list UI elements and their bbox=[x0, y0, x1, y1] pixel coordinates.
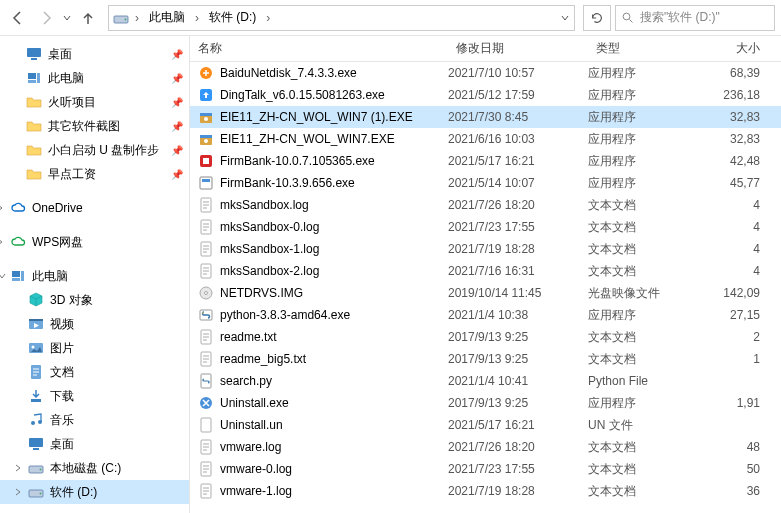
file-row[interactable]: DingTalk_v6.0.15.5081263.exe2021/5/12 17… bbox=[190, 84, 781, 106]
file-name: BaiduNetdisk_7.4.3.3.exe bbox=[220, 66, 357, 80]
sidebar-item-huoting[interactable]: 火听项目📌 bbox=[0, 90, 189, 114]
file-row[interactable]: vmware-0.log2021/7/23 17:55文本文档50 bbox=[190, 458, 781, 480]
file-row[interactable]: readme.txt2017/9/13 9:25文本文档2 bbox=[190, 326, 781, 348]
sidebar-item-this-pc-root[interactable]: 此电脑 bbox=[0, 264, 189, 288]
forward-button[interactable] bbox=[34, 6, 58, 30]
file-row[interactable]: Uninstall.exe2017/9/13 9:25应用程序1,91 bbox=[190, 392, 781, 414]
svg-line-3 bbox=[630, 19, 633, 22]
txt-icon bbox=[198, 241, 214, 257]
history-dropdown[interactable] bbox=[62, 11, 72, 25]
sidebar-item-disk-c[interactable]: 本地磁盘 (C:) bbox=[0, 456, 189, 480]
file-type: 应用程序 bbox=[588, 131, 706, 148]
file-row[interactable]: EIE11_ZH-CN_WOL_WIN7 (1).EXE2021/7/30 8:… bbox=[190, 106, 781, 128]
file-date: 2021/1/4 10:38 bbox=[448, 308, 588, 322]
sidebar-item-video[interactable]: 视频 bbox=[0, 312, 189, 336]
chevron-right-icon[interactable]: › bbox=[193, 11, 201, 25]
sidebar-item-disk-d[interactable]: 软件 (D:) bbox=[0, 480, 189, 504]
txt-icon bbox=[198, 461, 214, 477]
sidebar-item-salary[interactable]: 早点工资📌 bbox=[0, 162, 189, 186]
file-row[interactable]: python-3.8.3-amd64.exe2021/1/4 10:38应用程序… bbox=[190, 304, 781, 326]
sidebar-item-desktop2[interactable]: 桌面 bbox=[0, 432, 189, 456]
breadcrumb-this-pc[interactable]: 此电脑 bbox=[145, 6, 189, 30]
pin-icon: 📌 bbox=[171, 73, 183, 84]
file-row[interactable]: NETDRVS.IMG2019/10/14 11:45光盘映像文件142,09 bbox=[190, 282, 781, 304]
file-name: Uninstall.un bbox=[220, 418, 283, 432]
svg-point-16 bbox=[32, 346, 35, 349]
file-row[interactable]: mksSandbox-1.log2021/7/19 18:28文本文档4 bbox=[190, 238, 781, 260]
pc-icon bbox=[26, 70, 42, 86]
folder-icon bbox=[26, 94, 42, 110]
header-size[interactable]: 大小 bbox=[706, 40, 766, 57]
sidebar-item-label: 此电脑 bbox=[48, 70, 185, 87]
file-date: 2021/5/17 16:21 bbox=[448, 418, 588, 432]
sidebar-item-docs[interactable]: 文档 bbox=[0, 360, 189, 384]
svg-rect-72 bbox=[201, 418, 211, 432]
file-row[interactable]: BaiduNetdisk_7.4.3.3.exe2021/7/10 10:57应… bbox=[190, 62, 781, 84]
header-type[interactable]: 类型 bbox=[588, 40, 706, 57]
file-size: 4 bbox=[706, 264, 766, 278]
chevron-right-icon[interactable] bbox=[14, 464, 22, 472]
refresh-button[interactable] bbox=[583, 5, 611, 31]
sidebar-item-screenshots[interactable]: 其它软件截图📌 bbox=[0, 114, 189, 138]
file-name: vmware-1.log bbox=[220, 484, 292, 498]
address-bar[interactable]: › 此电脑 › 软件 (D:) › bbox=[108, 5, 575, 31]
up-button[interactable] bbox=[76, 6, 100, 30]
file-row[interactable]: EIE11_ZH-CN_WOL_WIN7.EXE2021/6/16 10:03应… bbox=[190, 128, 781, 150]
sidebar-item-label: WPS网盘 bbox=[32, 234, 185, 251]
sidebar-item-downloads[interactable]: 下载 bbox=[0, 384, 189, 408]
sidebar-item-this-pc[interactable]: 此电脑📌 bbox=[0, 66, 189, 90]
chevron-right-icon[interactable]: › bbox=[264, 11, 272, 25]
chevron-down-icon[interactable] bbox=[0, 272, 6, 280]
file-row[interactable]: search.py2021/1/4 10:41Python File bbox=[190, 370, 781, 392]
file-row[interactable]: mksSandbox-2.log2021/7/16 16:31文本文档4 bbox=[190, 260, 781, 282]
sidebar-item-label: 图片 bbox=[50, 340, 185, 357]
chevron-right-icon[interactable] bbox=[0, 238, 4, 246]
chevron-right-icon[interactable] bbox=[0, 204, 4, 212]
monitor-icon bbox=[28, 436, 44, 452]
file-row[interactable]: Uninstall.un2021/5/17 16:21UN 文件 bbox=[190, 414, 781, 436]
cube-icon bbox=[28, 292, 44, 308]
sidebar-item-pictures[interactable]: 图片 bbox=[0, 336, 189, 360]
file-list: BaiduNetdisk_7.4.3.3.exe2021/7/10 10:57应… bbox=[190, 62, 781, 513]
txt-icon bbox=[198, 197, 214, 213]
sidebar-item-desktop[interactable]: 桌面📌 bbox=[0, 42, 189, 66]
svg-rect-36 bbox=[200, 135, 212, 138]
chevron-right-icon[interactable]: › bbox=[133, 11, 141, 25]
file-size: 1,91 bbox=[706, 396, 766, 410]
sidebar-item-onedrive[interactable]: OneDrive bbox=[0, 196, 189, 220]
sidebar-item-label: 视频 bbox=[50, 316, 185, 333]
folder-icon bbox=[26, 142, 42, 158]
file-row[interactable]: FirmBank-10.3.9.656.exe2021/5/14 10:07应用… bbox=[190, 172, 781, 194]
breadcrumb-drive-d[interactable]: 软件 (D:) bbox=[205, 6, 260, 30]
file-date: 2021/7/16 16:31 bbox=[448, 264, 588, 278]
installer-icon bbox=[198, 131, 214, 147]
file-type: 文本文档 bbox=[588, 219, 706, 236]
file-row[interactable]: mksSandbox-0.log2021/7/23 17:55文本文档4 bbox=[190, 216, 781, 238]
search-input[interactable]: 搜索"软件 (D:)" bbox=[615, 5, 775, 31]
back-button[interactable] bbox=[6, 6, 30, 30]
sidebar-item-3d[interactable]: 3D 对象 bbox=[0, 288, 189, 312]
file-row[interactable]: FirmBank-10.0.7.105365.exe2021/5/17 16:2… bbox=[190, 150, 781, 172]
file-name: DingTalk_v6.0.15.5081263.exe bbox=[220, 88, 385, 102]
sidebar-item-wps[interactable]: WPS网盘 bbox=[0, 230, 189, 254]
svg-rect-41 bbox=[202, 179, 210, 182]
file-row[interactable]: vmware-1.log2021/7/19 18:28文本文档36 bbox=[190, 480, 781, 502]
file-row[interactable]: vmware.log2021/7/26 18:20文本文档48 bbox=[190, 436, 781, 458]
file-date: 2021/7/26 18:20 bbox=[448, 440, 588, 454]
search-placeholder: 搜索"软件 (D:)" bbox=[640, 9, 720, 26]
file-row[interactable]: readme_big5.txt2017/9/13 9:25文本文档1 bbox=[190, 348, 781, 370]
address-dropdown[interactable] bbox=[560, 11, 570, 25]
file-row[interactable]: mksSandbox.log2021/7/26 18:20文本文档4 bbox=[190, 194, 781, 216]
header-date[interactable]: 修改日期 bbox=[448, 40, 588, 57]
chevron-right-icon[interactable] bbox=[14, 488, 22, 496]
sidebar-item-xiaobai[interactable]: 小白启动 U 盘制作步📌 bbox=[0, 138, 189, 162]
sidebar-item-music[interactable]: 音乐 bbox=[0, 408, 189, 432]
file-name: mksSandbox-0.log bbox=[220, 220, 319, 234]
file-type: Python File bbox=[588, 374, 706, 388]
svg-point-59 bbox=[205, 292, 208, 295]
header-name[interactable]: 名称 bbox=[190, 40, 448, 57]
file-type: 文本文档 bbox=[588, 439, 706, 456]
file-date: 2021/7/10 10:57 bbox=[448, 66, 588, 80]
svg-point-22 bbox=[31, 421, 35, 425]
svg-rect-33 bbox=[200, 113, 212, 116]
